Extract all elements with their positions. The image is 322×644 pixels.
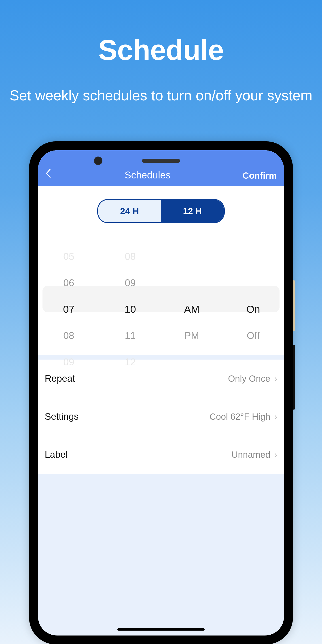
back-button[interactable] [45,168,58,181]
chevron-left-icon [45,168,52,178]
time-picker: 05 06 07 08 09 08 09 10 11 12 [38,243,284,355]
ampm-option: PM [161,322,222,349]
marketing-title: Schedule [0,0,322,66]
minute-selected: 10 [100,296,161,322]
app-header-title: Schedules [124,170,170,181]
settings-row[interactable]: Settings Cool 62°F High › [38,398,284,436]
label-value: Unnamed [232,450,270,460]
hour-option: 06 [38,270,100,296]
settings-value: Cool 62°F High [210,412,270,422]
hour-selected: 07 [38,296,100,322]
app-screen: Schedules Confirm 24 H 12 H 05 06 [38,150,284,636]
app-header: Schedules Confirm [38,150,284,186]
chevron-right-icon: › [274,374,277,384]
minute-wheel[interactable]: 08 09 10 11 12 [100,243,161,355]
marketing-subtitle: Set weekly schedules to turn on/off your… [0,86,322,105]
label-row[interactable]: Label Unnamed › [38,436,284,474]
hour-option: 08 [38,322,100,349]
home-indicator [118,628,204,630]
repeat-value: Only Once [228,374,270,384]
hour-option: 05 [38,243,100,270]
minute-option: 12 [100,349,161,375]
hour-option: 09 [38,349,100,375]
time-format-segment: 24 H 12 H [97,199,225,223]
minute-option: 08 [100,243,161,270]
minute-option: 11 [100,322,161,349]
segment-24h[interactable]: 24 H [98,200,161,222]
ampm-selected: AM [161,296,222,322]
hour-wheel[interactable]: 05 06 07 08 09 [38,243,100,355]
phone-camera [94,156,102,165]
state-option: Off [222,322,284,349]
phone-speaker [142,159,180,163]
phone-frame: Schedules Confirm 24 H 12 H 05 06 [29,141,293,644]
label-label: Label [45,449,68,460]
confirm-button[interactable]: Confirm [236,170,277,181]
state-wheel[interactable]: . . On Off . [222,243,284,355]
state-selected: On [222,296,284,322]
ampm-wheel[interactable]: . . AM PM . [161,243,222,355]
segment-12h[interactable]: 12 H [161,200,224,222]
settings-label: Settings [45,411,79,422]
chevron-right-icon: › [274,450,277,460]
chevron-right-icon: › [274,412,277,422]
minute-option: 09 [100,270,161,296]
